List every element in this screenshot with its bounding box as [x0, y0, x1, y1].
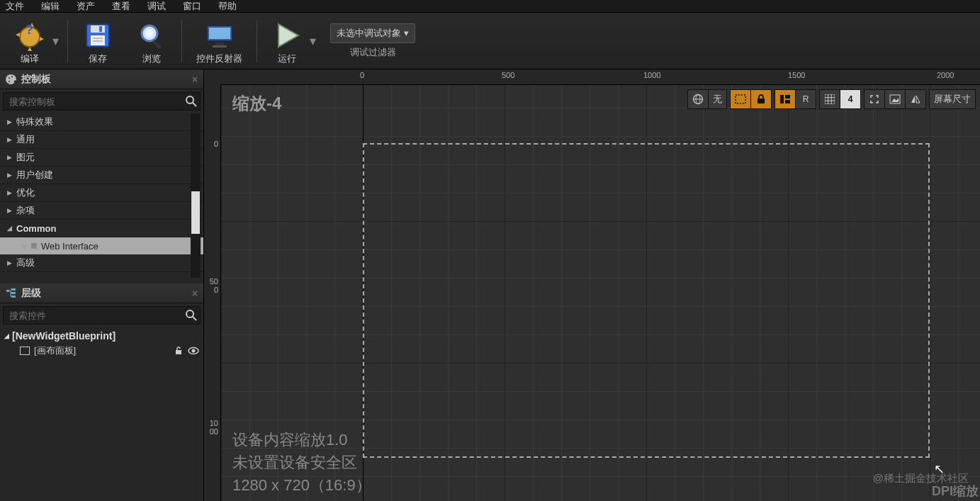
canvas-icon [20, 347, 30, 355]
svg-point-19 [186, 96, 193, 103]
play-dropdown-icon[interactable]: ▾ [310, 33, 316, 49]
designer-viewport[interactable]: 0 500 1000 1500 2000 0 500 1000 缩放-4 无 R… [204, 69, 980, 501]
svg-point-18 [9, 80, 10, 81]
menu-edit[interactable]: 编辑 [41, 0, 60, 13]
outline-toggle[interactable] [730, 89, 751, 109]
menu-view[interactable]: 查看 [112, 0, 130, 13]
palette-category[interactable]: ▶特殊效果 [0, 113, 203, 131]
svg-marker-15 [278, 24, 298, 47]
ruler-tick: 500 [205, 278, 218, 294]
language-button[interactable] [687, 89, 709, 109]
viewport-toolbar: 无 R 4 屏幕尺寸 [688, 89, 976, 109]
r-button[interactable]: R [795, 89, 816, 109]
hierarchy-child-label: [画布面板] [34, 344, 76, 357]
left-column: 控制板 × ▶特殊效果 ▶通用 ▶图元 ▶用户创建 ▶优化 ▶杂项 ◢Commo… [0, 69, 204, 501]
palette-title: 控制板 [21, 73, 51, 86]
palette-category[interactable]: ▶用户创建 [0, 167, 203, 184]
grid-toggle[interactable] [819, 89, 840, 109]
lock-icon [757, 94, 765, 104]
debug-sel-label: 未选中调试对象 [337, 27, 401, 40]
palette-item-label: 用户创建 [16, 169, 53, 181]
chevron-right-icon: ▶ [7, 118, 12, 125]
search-icon[interactable] [183, 307, 200, 324]
search-icon[interactable] [183, 93, 200, 110]
browse-button[interactable]: 浏览 [125, 14, 179, 68]
widget-reflector-button[interactable]: 控件反射器 [185, 14, 254, 68]
palette-header[interactable]: 控制板 × [0, 69, 203, 89]
debug-section: 未选中调试对象 ▾ 调试过滤器 [330, 23, 415, 59]
svg-rect-38 [785, 100, 790, 103]
svg-rect-21 [6, 290, 9, 292]
play-button[interactable]: 运行 [260, 14, 314, 68]
svg-rect-14 [213, 45, 227, 47]
svg-rect-10 [152, 40, 161, 49]
monitor-icon [204, 20, 235, 51]
lock-toggle[interactable] [750, 89, 772, 109]
fit-icon [869, 94, 879, 104]
canvas-safe-region[interactable] [363, 143, 930, 458]
palette-category[interactable]: ▶高级 [0, 254, 203, 272]
svg-rect-3 [91, 26, 105, 33]
debug-object-selector[interactable]: 未选中调试对象 ▾ [330, 23, 415, 43]
svg-point-25 [186, 310, 193, 317]
chevron-right-icon: ▶ [7, 171, 12, 179]
compile-button[interactable]: ? 编译 [3, 14, 57, 68]
palette-scrollbar[interactable] [191, 113, 201, 278]
palette-category-common[interactable]: ◢Common [0, 220, 203, 237]
save-button[interactable]: 保存 [71, 14, 125, 68]
hierarchy-title: 层级 [21, 287, 41, 300]
chevron-down-icon: ◢ [7, 225, 12, 232]
scrollbar-thumb[interactable] [191, 191, 200, 234]
svg-rect-37 [785, 95, 790, 98]
palette-category[interactable]: ▶杂项 [0, 202, 203, 220]
menu-asset[interactable]: 资产 [77, 0, 95, 13]
star-icon: ☆ [20, 242, 27, 251]
palette-item-label: 通用 [16, 133, 35, 146]
palette-search-input[interactable] [4, 96, 183, 107]
palette-category[interactable]: ▶通用 [0, 131, 203, 149]
compile-dropdown-icon[interactable]: ▾ [52, 33, 59, 49]
image-button[interactable] [884, 89, 906, 109]
grid-size[interactable]: 4 [840, 89, 861, 109]
layout-icon [779, 94, 791, 104]
save-label: 保存 [89, 52, 107, 65]
image-icon [889, 94, 901, 104]
ruler-tick: 1500 [788, 71, 805, 79]
gear-question-icon: ? [14, 20, 45, 51]
svg-rect-35 [757, 98, 765, 103]
palette-item-web-interface[interactable]: ☆ Web Interface [0, 237, 203, 254]
palette-category[interactable]: ▶优化 [0, 184, 203, 202]
floppy-icon [82, 20, 113, 51]
hierarchy-search-input[interactable] [4, 310, 183, 321]
dpi-label: DPI缩放 [932, 483, 979, 500]
layout-toggle[interactable] [775, 89, 796, 109]
svg-rect-13 [215, 43, 224, 45]
eye-icon[interactable] [188, 346, 199, 356]
svg-rect-28 [176, 350, 181, 354]
menu-file[interactable]: 文件 [6, 0, 24, 13]
magnifier-icon [136, 20, 167, 51]
svg-marker-42 [916, 96, 920, 103]
hierarchy-item-canvas-panel[interactable]: [画布面板] [4, 344, 199, 357]
close-icon[interactable]: × [192, 74, 198, 85]
screen-size-button[interactable]: 屏幕尺寸 [929, 89, 976, 109]
ruler-tick: 2000 [937, 71, 954, 79]
none-button[interactable]: 无 [708, 89, 727, 109]
menu-window[interactable]: 窗口 [183, 0, 201, 13]
menu-bar: 文件 编辑 资产 查看 调试 窗口 帮助 [0, 0, 980, 13]
toolbar-separator [257, 20, 257, 62]
flip-button[interactable] [905, 89, 926, 109]
close-icon[interactable]: × [192, 288, 198, 299]
svg-rect-4 [99, 26, 102, 32]
hierarchy-root[interactable]: ◢ [NewWidgetBlueprint] [4, 330, 199, 342]
fit-button[interactable] [864, 89, 885, 109]
ruler-tick: 0 [360, 71, 364, 79]
palette-category[interactable]: ▶图元 [0, 149, 203, 167]
svg-marker-40 [891, 98, 899, 102]
palette-search [3, 92, 201, 111]
svg-point-16 [9, 77, 10, 78]
hierarchy-header[interactable]: 层级 × [0, 283, 203, 303]
menu-debug[interactable]: 调试 [147, 0, 166, 13]
menu-help[interactable]: 帮助 [218, 0, 237, 13]
unlock-icon[interactable] [174, 346, 184, 356]
